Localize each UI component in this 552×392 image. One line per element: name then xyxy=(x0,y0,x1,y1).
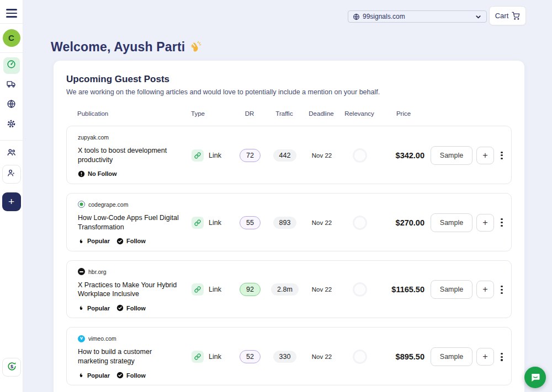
table-header: Publication Type DR Traffic Deadline Rel… xyxy=(66,110,512,117)
chevron-down-icon xyxy=(475,13,482,20)
publication-badges: PopularFollow xyxy=(78,304,188,312)
check-icon xyxy=(116,372,124,379)
domain-select[interactable]: 99signals.com xyxy=(348,10,487,23)
traffic-pill: 442 xyxy=(273,149,297,162)
link-icon xyxy=(192,283,204,296)
traffic-pill: 893 xyxy=(273,217,297,229)
page-title: Welcome, Ayush Parti xyxy=(51,40,202,55)
flame-icon xyxy=(78,372,84,379)
col-price: Price xyxy=(396,110,411,117)
sidebar-item-settings[interactable] xyxy=(3,117,20,133)
table-row: vimeo.com How to build a customer market… xyxy=(66,327,512,385)
sidebar-item-team[interactable] xyxy=(3,145,20,162)
link-icon xyxy=(192,217,204,229)
badge-label: Follow xyxy=(126,305,146,312)
plus-icon: + xyxy=(8,196,14,208)
kebab-menu-icon[interactable] xyxy=(499,217,504,228)
publication-title: How Low-Code Apps Fuel Digital Transform… xyxy=(78,213,180,232)
chat-button[interactable] xyxy=(524,367,546,388)
kebab-menu-icon[interactable] xyxy=(499,150,504,162)
publication-badges: PopularFollow xyxy=(78,372,188,379)
cart-button-label: Cart xyxy=(495,12,509,20)
row-badge: Follow xyxy=(116,372,146,379)
sidebar-item-money-back[interactable]: $ xyxy=(2,358,21,377)
publication-domain: hbr.org xyxy=(88,269,107,275)
sample-button[interactable]: Sample xyxy=(431,280,473,299)
sidebar-item-invite[interactable] xyxy=(2,165,21,184)
cart-button[interactable]: Cart xyxy=(489,6,526,25)
main-content: 99signals.com Cart Welcome, Ayush Parti … xyxy=(23,0,552,392)
cart-icon xyxy=(512,12,520,20)
publication-title: X tools to boost development productivit… xyxy=(78,146,180,165)
price: $895.50 xyxy=(378,352,430,361)
sidebar-item-sites[interactable] xyxy=(3,97,20,114)
row-badge: Follow xyxy=(116,238,146,245)
publication-domain: zupyak.com xyxy=(78,134,109,141)
add-to-cart-button[interactable]: + xyxy=(476,147,494,164)
flame-icon xyxy=(78,304,84,312)
col-relevancy: Relevancy xyxy=(344,110,374,117)
row-badge: Follow xyxy=(116,304,146,312)
type-label: Link xyxy=(209,152,221,159)
badge-label: No Follow xyxy=(88,170,117,177)
publication-badges: PopularFollow xyxy=(78,238,188,245)
publication-favicon xyxy=(78,201,85,208)
publication-cell: zupyak.com X tools to boost development … xyxy=(78,133,188,178)
globe-icon xyxy=(7,99,16,111)
badge-label: Follow xyxy=(126,238,146,244)
rows: zupyak.com X tools to boost development … xyxy=(66,126,512,385)
publication-cell: codegrape.com How Low-Code Apps Fuel Dig… xyxy=(78,201,188,245)
kebab-menu-icon[interactable] xyxy=(499,284,504,296)
deadline: Nov 22 xyxy=(302,286,342,293)
row-badge: No Follow xyxy=(78,170,117,178)
publication-badges: No Follow xyxy=(78,170,188,178)
flame-icon xyxy=(78,372,84,379)
relevancy-ring xyxy=(353,216,367,230)
divider xyxy=(0,23,23,24)
upcoming-guest-posts-card: Upcoming Guest Posts We are working on t… xyxy=(54,61,524,392)
menu-icon[interactable] xyxy=(6,9,17,18)
publication-domain: codegrape.com xyxy=(88,201,128,208)
sidebar-item-dashboard[interactable] xyxy=(3,57,20,74)
dr-pill: 72 xyxy=(240,149,261,162)
info-circle-icon xyxy=(78,170,85,178)
deadline: Nov 22 xyxy=(302,219,342,226)
dr-pill: 52 xyxy=(240,350,261,363)
badge-label: Popular xyxy=(87,305,110,312)
type-label: Link xyxy=(209,219,221,227)
relevancy-ring xyxy=(353,282,367,297)
col-traffic: Traffic xyxy=(275,110,293,117)
sample-button[interactable]: Sample xyxy=(431,146,473,165)
publication-cell: hbr.org X Practices to Make Your Hybrid … xyxy=(78,268,188,312)
add-to-cart-button[interactable]: + xyxy=(476,281,494,298)
relevancy-ring xyxy=(353,350,367,364)
type-cell: Link xyxy=(188,217,232,229)
badge-label: Popular xyxy=(87,238,110,244)
kebab-menu-icon[interactable] xyxy=(499,351,504,363)
price: $1165.50 xyxy=(378,285,430,294)
chat-bubble-icon xyxy=(530,372,541,383)
sample-button[interactable]: Sample xyxy=(431,347,473,366)
divider xyxy=(0,52,23,53)
publication-cell: vimeo.com How to build a customer market… xyxy=(78,335,188,379)
flame-icon xyxy=(78,238,84,245)
link-icon xyxy=(192,149,204,162)
person-add-icon xyxy=(7,168,16,180)
avatar[interactable]: C xyxy=(3,29,20,47)
sidebar-item-orders[interactable] xyxy=(3,77,20,94)
check-icon xyxy=(116,304,124,312)
price: $270.00 xyxy=(378,218,430,227)
check-circle-icon xyxy=(116,304,124,312)
sample-button[interactable]: Sample xyxy=(431,213,473,232)
check-icon xyxy=(116,238,124,245)
row-badge: Popular xyxy=(78,372,110,379)
traffic-pill: 330 xyxy=(273,351,297,363)
col-type: Type xyxy=(188,110,232,117)
col-dr: DR xyxy=(245,110,254,117)
add-to-cart-button[interactable]: + xyxy=(476,214,494,232)
dashboard-icon xyxy=(7,60,16,71)
create-button[interactable]: + xyxy=(2,192,21,211)
row-badge: Popular xyxy=(78,238,110,245)
add-to-cart-button[interactable]: + xyxy=(476,348,494,366)
svg-text:$: $ xyxy=(10,363,13,369)
